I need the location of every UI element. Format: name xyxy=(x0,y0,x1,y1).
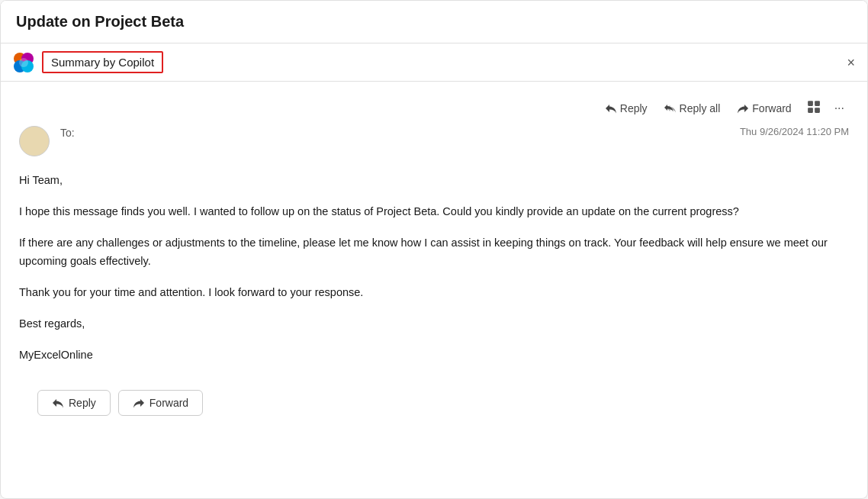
sender-info: To: xyxy=(60,126,729,140)
reply-button-bottom[interactable]: Reply xyxy=(37,390,111,416)
reply-button-top[interactable]: Reply xyxy=(599,99,654,118)
forward-button-bottom[interactable]: Forward xyxy=(118,390,203,416)
grid-view-button[interactable] xyxy=(802,97,825,120)
closing: Best regards, xyxy=(19,315,849,333)
more-options-button[interactable]: ··· xyxy=(830,98,849,118)
forward-label-bottom: Forward xyxy=(149,397,188,409)
forward-label-top: Forward xyxy=(752,102,791,114)
email-title: Update on Project Beta xyxy=(16,13,184,30)
copilot-logo-icon xyxy=(13,52,34,73)
action-row: Reply Reply all Forward xyxy=(19,97,849,120)
forward-icon-top xyxy=(737,102,749,114)
to-label: To: xyxy=(60,127,75,139)
grid-icon xyxy=(807,100,821,114)
svg-rect-6 xyxy=(815,101,820,106)
ellipsis-icon: ··· xyxy=(834,101,844,114)
svg-point-4 xyxy=(19,58,28,67)
copilot-close-button[interactable]: × xyxy=(847,56,855,69)
email-date: Thu 9/26/2024 11:20 PM xyxy=(740,126,849,137)
message-content: Hi Team, I hope this message finds you w… xyxy=(19,172,849,364)
svg-rect-5 xyxy=(808,101,813,106)
forward-button-top[interactable]: Forward xyxy=(731,99,797,118)
reply-label-bottom: Reply xyxy=(69,397,96,409)
svg-rect-7 xyxy=(808,108,813,113)
signature: MyExcelOnline xyxy=(19,346,849,364)
email-body-area[interactable]: Reply Reply all Forward xyxy=(1,82,867,498)
copilot-bar: Summary by Copilot × xyxy=(1,43,867,82)
reply-label-top: Reply xyxy=(620,102,648,114)
bottom-actions: Reply Forward xyxy=(19,378,849,428)
greeting: Hi Team, xyxy=(19,172,849,189)
reply-all-icon xyxy=(664,102,677,114)
avatar xyxy=(19,126,50,156)
paragraph-1: I hope this message finds you well. I wa… xyxy=(19,203,849,221)
paragraph-2: If there are any challenges or adjustmen… xyxy=(19,234,849,269)
forward-icon-bottom xyxy=(133,397,145,409)
sender-row: To: Thu 9/26/2024 11:20 PM xyxy=(19,126,849,156)
svg-rect-8 xyxy=(815,108,820,113)
reply-icon-bottom xyxy=(52,397,64,409)
email-message: Reply Reply all Forward xyxy=(1,82,867,443)
email-container: Update on Project Beta Summary by Copilo… xyxy=(0,0,868,499)
copilot-label: Summary by Copilot xyxy=(42,51,163,73)
reply-all-button[interactable]: Reply all xyxy=(658,99,727,118)
reply-icon-top xyxy=(605,102,617,114)
paragraph-3: Thank you for your time and attention. I… xyxy=(19,284,849,301)
email-header: Update on Project Beta xyxy=(1,1,867,43)
reply-all-label: Reply all xyxy=(680,102,721,114)
